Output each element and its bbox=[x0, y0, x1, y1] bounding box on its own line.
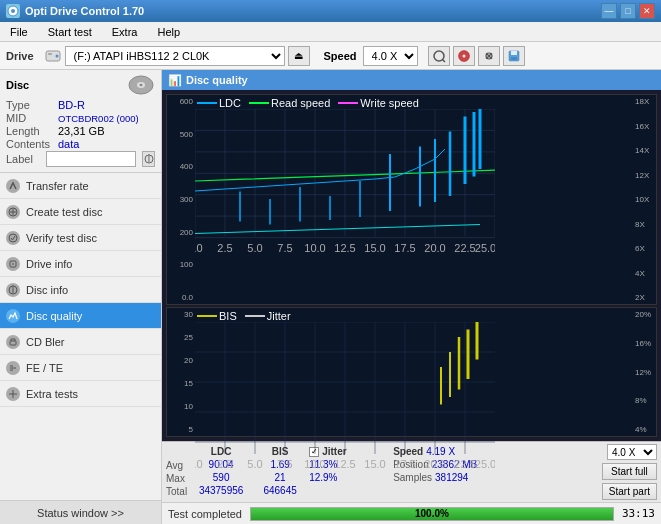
legend-write-speed: Write speed bbox=[338, 97, 419, 109]
maximize-button[interactable]: □ bbox=[620, 3, 636, 19]
verify-test-disc-icon bbox=[6, 231, 20, 245]
drive-label: Drive bbox=[6, 50, 34, 62]
chart-header: 📊 Disc quality bbox=[162, 70, 661, 90]
cd-bler-icon bbox=[6, 335, 20, 349]
nav-drive-info-label: Drive info bbox=[26, 258, 72, 270]
progress-bar: 100.0% bbox=[250, 507, 614, 521]
jitter-max: 12.9% bbox=[309, 472, 389, 483]
byr-20: 20% bbox=[634, 310, 656, 319]
svg-line-61 bbox=[195, 225, 480, 234]
byr-16: 16% bbox=[634, 339, 656, 348]
chart-header-icon: 📊 bbox=[168, 74, 182, 87]
by-10: 10 bbox=[167, 402, 195, 411]
titlebar-controls[interactable]: — □ ✕ bbox=[601, 3, 655, 19]
top-chart-y-axis-left: 600 500 400 300 200 100 0.0 bbox=[167, 95, 195, 304]
start-buttons: Start full Start part bbox=[602, 463, 657, 500]
legend-ldc: LDC bbox=[197, 97, 241, 109]
close-button[interactable]: ✕ bbox=[639, 3, 655, 19]
nav-disc-quality[interactable]: Disc quality bbox=[0, 303, 161, 329]
nav-verify-test-disc[interactable]: Verify test disc bbox=[0, 225, 161, 251]
start-part-button[interactable]: Start part bbox=[602, 483, 657, 500]
menu-help[interactable]: Help bbox=[151, 25, 186, 39]
bottom-chart: BIS Jitter 30 25 20 15 10 5 bbox=[166, 307, 657, 437]
nav-disc-quality-label: Disc quality bbox=[26, 310, 82, 322]
jitter-color bbox=[245, 315, 265, 317]
nav-create-test-disc-label: Create test disc bbox=[26, 206, 102, 218]
nav-create-test-disc[interactable]: Create test disc bbox=[0, 199, 161, 225]
disc-info-icon: i bbox=[6, 283, 20, 297]
length-label: Length bbox=[6, 125, 54, 137]
speed-label: Speed bbox=[324, 50, 357, 62]
eject-button[interactable]: ⏏ bbox=[288, 46, 310, 66]
settings-button[interactable] bbox=[478, 46, 500, 66]
ldc-total: 34375956 bbox=[199, 485, 244, 496]
svg-text:25.0 GB: 25.0 GB bbox=[475, 458, 495, 470]
svg-text:12.5: 12.5 bbox=[334, 242, 355, 254]
nav-fe-te-label: FE / TE bbox=[26, 362, 63, 374]
stats-row-labels: Avg Max Total bbox=[166, 444, 187, 500]
minimize-button[interactable]: — bbox=[601, 3, 617, 19]
titlebar-left: Opti Drive Control 1.70 bbox=[6, 4, 144, 18]
y-label-0: 0.0 bbox=[167, 293, 195, 302]
nav-fe-te[interactable]: FE / TE bbox=[0, 355, 161, 381]
legend-jitter-label: Jitter bbox=[267, 310, 291, 322]
write-speed-color bbox=[338, 102, 358, 104]
samples-label: Samples bbox=[393, 472, 432, 483]
nav-drive-info[interactable]: Drive info bbox=[0, 251, 161, 277]
top-chart-svg: 0.0 2.5 5.0 7.5 10.0 12.5 15.0 17.5 20.0… bbox=[195, 109, 495, 259]
svg-text:22.5: 22.5 bbox=[454, 458, 475, 470]
nav-transfer-rate[interactable]: Transfer rate bbox=[0, 173, 161, 199]
menu-file[interactable]: File bbox=[4, 25, 34, 39]
legend-bis: BIS bbox=[197, 310, 237, 322]
y-label-400: 400 bbox=[167, 162, 195, 171]
disc-button[interactable] bbox=[453, 46, 475, 66]
legend-read-speed-label: Read speed bbox=[271, 97, 330, 109]
ldc-line bbox=[195, 149, 445, 191]
scan-button[interactable] bbox=[428, 46, 450, 66]
yr-12x: 12X bbox=[634, 171, 656, 180]
y-label-600: 600 bbox=[167, 97, 195, 106]
svg-rect-28 bbox=[10, 341, 16, 345]
svg-point-8 bbox=[462, 54, 465, 57]
menu-start-test[interactable]: Start test bbox=[42, 25, 98, 39]
yr-8x: 8X bbox=[634, 220, 656, 229]
svg-point-4 bbox=[55, 54, 58, 57]
nav-disc-info[interactable]: i Disc info bbox=[0, 277, 161, 303]
nav-transfer-rate-label: Transfer rate bbox=[26, 180, 89, 192]
nav-cd-bler[interactable]: CD Bler bbox=[0, 329, 161, 355]
svg-text:20.0: 20.0 bbox=[424, 242, 445, 254]
ldc-max: 590 bbox=[213, 472, 230, 483]
label-input[interactable] bbox=[46, 151, 136, 167]
contents-value: data bbox=[58, 138, 79, 150]
y-label-300: 300 bbox=[167, 195, 195, 204]
svg-text:0.0: 0.0 bbox=[195, 458, 203, 470]
length-value: 23,31 GB bbox=[58, 125, 104, 137]
drive-select[interactable]: (F:) ATAPI iHBS112 2 CL0K bbox=[65, 46, 285, 66]
legend-bis-label: BIS bbox=[219, 310, 237, 322]
status-text: Test completed bbox=[168, 508, 242, 520]
menu-extra[interactable]: Extra bbox=[106, 25, 144, 39]
legend-read-speed: Read speed bbox=[249, 97, 330, 109]
drive-info-icon bbox=[6, 257, 20, 271]
svg-text:25.0 GB: 25.0 GB bbox=[475, 242, 495, 254]
bottom-chart-svg: 0.0 2.5 5.0 7.5 10.0 12.5 15.0 17.5 20.0… bbox=[195, 322, 495, 472]
status-window-button[interactable]: Status window >> bbox=[0, 500, 161, 524]
start-full-button[interactable]: Start full bbox=[602, 463, 657, 480]
svg-text:15.0: 15.0 bbox=[364, 458, 385, 470]
save-button[interactable] bbox=[503, 46, 525, 66]
svg-line-6 bbox=[442, 59, 445, 62]
chart-title: Disc quality bbox=[186, 74, 248, 86]
disc-quality-icon bbox=[6, 309, 20, 323]
speed-select[interactable]: 4.0 X bbox=[363, 46, 418, 66]
speed-dropdown[interactable]: 4.0 X bbox=[607, 444, 657, 460]
yr-18x: 18X bbox=[634, 97, 656, 106]
right-controls: 4.0 X Start full Start part bbox=[598, 444, 657, 500]
yr-4x: 4X bbox=[634, 269, 656, 278]
top-chart-legend: LDC Read speed Write speed bbox=[197, 97, 419, 109]
label-icon-button[interactable]: i bbox=[142, 151, 155, 167]
svg-text:10.0: 10.0 bbox=[304, 458, 325, 470]
nav-disc-info-label: Disc info bbox=[26, 284, 68, 296]
progress-area: Test completed 100.0% 33:13 bbox=[162, 502, 661, 524]
nav-extra-tests[interactable]: Extra tests bbox=[0, 381, 161, 407]
byr-4: 4% bbox=[634, 425, 656, 434]
